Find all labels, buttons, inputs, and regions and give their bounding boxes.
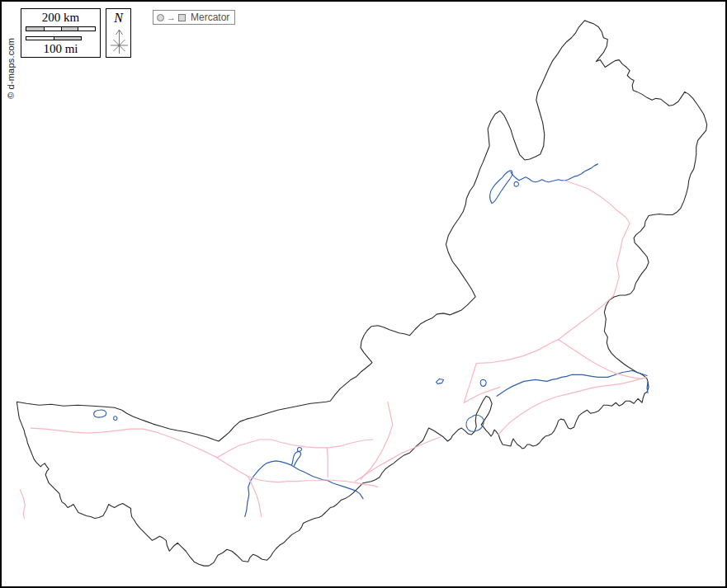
road-arm-main	[31, 428, 248, 477]
yellow-river	[245, 461, 363, 517]
map-page: © d-maps.com 200 km 100 mi N → Mercator	[0, 0, 727, 588]
north-arrow-box: N	[106, 8, 131, 58]
reservoir-dot	[297, 448, 301, 452]
arrow-right-icon: →	[167, 13, 176, 22]
lake-center-2	[480, 379, 486, 386]
road-arm-northeast-branch	[355, 437, 440, 482]
river-northeast-lake	[490, 171, 512, 204]
road-west-tiny	[20, 490, 25, 519]
road-arm-upper	[217, 440, 373, 458]
scale-segment	[26, 37, 54, 40]
road-neck	[361, 402, 393, 479]
road-to-river	[464, 387, 500, 402]
road-arm-east	[248, 477, 378, 487]
scale-segment	[26, 27, 44, 31]
flat-map-square-icon	[178, 14, 186, 21]
projection-badge: → Mercator	[153, 10, 235, 25]
road-northeast	[564, 181, 630, 296]
lake-center-1	[437, 379, 444, 383]
river-border-stub	[647, 382, 648, 393]
lake-west-1	[94, 410, 106, 417]
scale-segment	[61, 27, 78, 31]
north-label: N	[106, 11, 130, 26]
scale-segment	[78, 27, 95, 31]
river-northeast	[511, 164, 597, 182]
road-corner-southwest	[498, 377, 647, 435]
scale-bar-box: 200 km 100 mi	[21, 8, 101, 58]
lake-west-2	[114, 416, 117, 421]
scale-segment	[54, 37, 81, 40]
road-arm-vertical	[327, 448, 328, 477]
projection-label: Mercator	[191, 12, 229, 23]
copyright-credit: © d-maps.com	[6, 38, 16, 99]
road-diagonal-corner	[559, 340, 642, 379]
scale-km-label: 200 km	[42, 9, 79, 26]
scale-segment	[44, 27, 61, 31]
globe-circle-icon	[157, 14, 164, 21]
scale-mi-label: 100 mi	[43, 40, 78, 57]
road-mid-lobe	[464, 296, 613, 402]
scale-km-bar	[26, 26, 96, 31]
yellow-river-hook	[291, 452, 300, 466]
map-canvas	[2, 2, 725, 586]
pond-northeast	[514, 181, 518, 186]
north-arrow-icon	[106, 26, 132, 57]
